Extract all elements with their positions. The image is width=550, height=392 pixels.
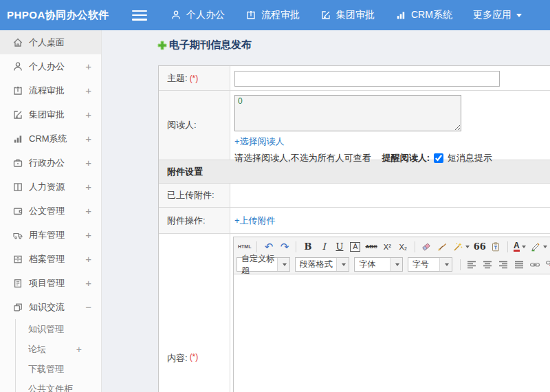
- caret-down-icon: [516, 14, 522, 20]
- html-source-button[interactable]: HTML: [236, 239, 252, 254]
- expand-toggle[interactable]: +: [85, 109, 91, 120]
- nav-personal-office[interactable]: 个人办公: [170, 9, 225, 21]
- nav-workflow-approval[interactable]: 流程审批: [245, 9, 300, 21]
- sidebar-item-label: CRM系统: [29, 133, 67, 145]
- paste-text-button[interactable]: [489, 239, 503, 254]
- sidebar-item-knowledge-exchange[interactable]: 知识交流 −: [0, 295, 101, 319]
- subject-row: 主题: (*): [159, 66, 550, 91]
- top-navigation: 个人办公 流程审批 集团审批 CRM系统 更多应用: [170, 9, 522, 21]
- expand-toggle[interactable]: +: [85, 229, 91, 241]
- toolbar-separator: [460, 259, 461, 270]
- nav-group-approval[interactable]: 集团审批: [320, 9, 375, 21]
- sidebar-item-group-approval[interactable]: 集团审批 +: [0, 102, 101, 127]
- expand-toggle[interactable]: +: [85, 61, 91, 72]
- sidebar-subitem-forum[interactable]: 论坛 +: [16, 339, 101, 359]
- wallet-icon: [12, 206, 23, 217]
- user-icon: [12, 61, 23, 72]
- paragraph-format-select[interactable]: 段落格式: [295, 257, 350, 272]
- expand-toggle[interactable]: +: [85, 253, 91, 265]
- redo-button[interactable]: ↷: [277, 239, 292, 254]
- content-editor-cell: HTML ↶ ↷ B I U A ABC X² X₂: [230, 234, 550, 392]
- upload-attachment-link[interactable]: +上传附件: [234, 215, 276, 226]
- expand-toggle[interactable]: +: [85, 133, 91, 144]
- expand-toggle[interactable]: +: [76, 344, 82, 355]
- insert-link-button[interactable]: [528, 257, 542, 272]
- sidebar-item-project-management[interactable]: 项目管理 +: [0, 271, 101, 295]
- sidebar-item-vehicle-management[interactable]: 用车管理 +: [0, 223, 101, 247]
- edit-icon: [12, 109, 23, 120]
- sidebar-subitem-download-management[interactable]: 下载管理: [16, 359, 101, 379]
- superscript-button[interactable]: X²: [380, 239, 395, 254]
- sidebar-subitem-label: 论坛: [28, 343, 46, 356]
- sidebar: 个人桌面 个人办公 + 流程审批 + 集团审批 + CRM系统 + 行政办公 +…: [0, 30, 102, 392]
- sidebar-item-archive-management[interactable]: 档案管理 +: [0, 247, 101, 271]
- user-icon: [170, 10, 182, 21]
- toolbar-separator: [507, 241, 508, 252]
- collapse-toggle[interactable]: −: [85, 301, 91, 313]
- content-label: 内容:: [167, 352, 188, 364]
- sidebar-item-personal-desktop[interactable]: 个人桌面: [0, 30, 101, 54]
- nav-more-apps[interactable]: 更多应用: [473, 9, 522, 21]
- attachments-section-title: 附件设置: [167, 166, 203, 178]
- layers-icon: [12, 302, 23, 313]
- blockquote-button[interactable]: 66: [472, 239, 487, 254]
- italic-button[interactable]: I: [316, 239, 331, 254]
- font-family-select[interactable]: 字体: [354, 257, 403, 272]
- page-title-text: 电子期刊信息发布: [169, 39, 252, 52]
- subject-input-cell: [230, 66, 550, 90]
- document-icon: [12, 278, 23, 289]
- strikethrough-button[interactable]: ABC: [364, 239, 378, 254]
- highlight-color-button[interactable]: [529, 239, 549, 254]
- align-center-button[interactable]: [481, 257, 495, 272]
- expand-toggle[interactable]: +: [85, 157, 91, 168]
- sidebar-item-label: 行政办公: [29, 157, 65, 169]
- hamburger-menu-icon[interactable]: [132, 10, 147, 21]
- uploaded-label-cell: 已上传附件:: [159, 184, 230, 207]
- sms-notify-checkbox[interactable]: [434, 153, 443, 163]
- unlink-button[interactable]: [544, 257, 550, 272]
- sidebar-item-admin-office[interactable]: 行政办公 +: [0, 151, 101, 175]
- operations-content-cell: +上传附件: [230, 208, 550, 233]
- page-title: 电子期刊信息发布: [157, 39, 252, 52]
- quick-format-button[interactable]: [451, 239, 471, 254]
- nav-crm-system[interactable]: CRM系统: [395, 9, 452, 21]
- sidebar-item-crm-system[interactable]: CRM系统 +: [0, 127, 101, 151]
- heading-select[interactable]: 自定义标题: [236, 257, 290, 272]
- sidebar-item-human-resources[interactable]: 人力资源 +: [0, 175, 101, 199]
- font-style-button[interactable]: A: [348, 239, 362, 254]
- underline-button[interactable]: U: [332, 239, 346, 254]
- sidebar-subitem-knowledge-management[interactable]: 知识管理: [16, 319, 101, 339]
- format-brush-button[interactable]: [435, 239, 450, 254]
- required-mark: (*): [190, 352, 199, 362]
- editor-content-area[interactable]: [234, 274, 550, 392]
- undo-button[interactable]: ↶: [261, 239, 276, 254]
- select-readers-link[interactable]: +选择阅读人: [234, 135, 285, 148]
- expand-toggle[interactable]: +: [85, 85, 91, 96]
- readers-textarea[interactable]: 0: [234, 95, 461, 131]
- caret-down-icon: [277, 258, 289, 271]
- align-left-button[interactable]: [465, 257, 479, 272]
- subject-input[interactable]: [234, 71, 500, 87]
- rich-text-editor: HTML ↶ ↷ B I U A ABC X² X₂: [233, 237, 550, 392]
- caret-down-icon: [336, 258, 349, 271]
- book-icon: [12, 182, 23, 193]
- sidebar-item-document-management[interactable]: 公文管理 +: [0, 199, 101, 223]
- top-header-bar: PHPOA协同办公软件 个人办公 流程审批 集团审批 CRM系统 更多应用: [0, 0, 550, 30]
- bold-button[interactable]: B: [300, 239, 315, 254]
- align-right-button[interactable]: [496, 257, 511, 272]
- font-color-button[interactable]: A: [512, 239, 527, 254]
- align-justify-button[interactable]: [512, 257, 527, 272]
- sidebar-item-workflow-approval[interactable]: 流程审批 +: [0, 78, 101, 102]
- subscript-button[interactable]: X₂: [396, 239, 410, 254]
- main-content: 电子期刊信息发布 主题: (*) 阅读人: 0 +选择阅读人 请选择阅读人,不选…: [107, 30, 550, 392]
- sidebar-item-label: 项目管理: [29, 277, 65, 290]
- expand-toggle[interactable]: +: [85, 205, 91, 217]
- expand-toggle[interactable]: +: [85, 277, 91, 289]
- remove-format-button[interactable]: [419, 239, 434, 254]
- sidebar-item-personal-office[interactable]: 个人办公 +: [0, 54, 101, 78]
- font-size-select[interactable]: 字号: [408, 257, 452, 272]
- expand-toggle[interactable]: +: [85, 181, 91, 193]
- readers-label-cell: 阅读人:: [159, 91, 230, 160]
- sidebar-subitem-public-file-cabinet[interactable]: 公共文件柜: [16, 379, 101, 392]
- caret-down-icon: [390, 258, 402, 271]
